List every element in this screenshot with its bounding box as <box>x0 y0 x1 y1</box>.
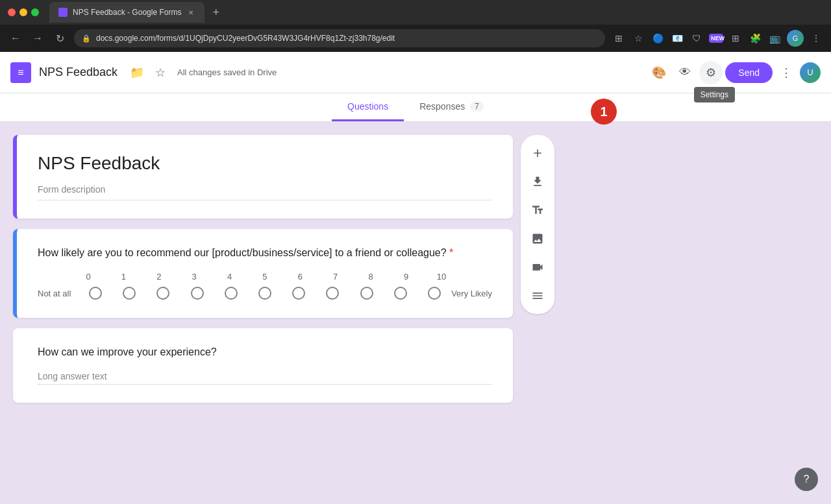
add-image-button[interactable] <box>525 226 551 252</box>
browser-tab[interactable]: NPS Feedback - Google Forms ✕ <box>49 2 205 23</box>
scale-num-4: 4 <box>218 272 242 282</box>
star-icon-btn[interactable]: ☆ <box>149 61 172 84</box>
radio-3[interactable] <box>191 287 204 300</box>
more-vert-icon[interactable]: ⋮ <box>780 66 792 80</box>
add-question-button[interactable] <box>525 140 551 166</box>
new-tab-button[interactable]: + <box>212 6 219 19</box>
notification-badge: 1 <box>591 99 617 125</box>
notification-number: 1 <box>600 104 607 119</box>
required-star: * <box>449 247 453 258</box>
form-area: NPS Feedback Form description How likely… <box>13 135 513 488</box>
address-bar: ← → ↻ 🔒 docs.google.com/forms/d/1UQjDpyC… <box>0 25 831 52</box>
browser-chrome: NPS Feedback - Google Forms ✕ + <box>0 0 831 25</box>
header-right-icons: 🎨 👁 ⚙ Send ⋮ U <box>647 61 821 84</box>
app-icon-symbol: ≡ <box>18 67 23 78</box>
extension-icon-3[interactable]: 🛡 <box>689 33 704 43</box>
radio-0[interactable] <box>89 287 102 300</box>
radio-6[interactable] <box>292 287 305 300</box>
help-button[interactable]: ? <box>795 468 818 491</box>
address-icons: ⊞ ☆ 🔵 📧 🛡 NEW ⊞ 🧩 📺 G ⋮ <box>612 30 823 47</box>
question2-card: How can we improve your experience? Long… <box>13 328 513 403</box>
translate-icon[interactable]: ⊞ <box>612 33 626 43</box>
scale-label-left: Not at all <box>38 289 86 298</box>
user-avatar[interactable]: U <box>800 62 821 83</box>
scale-num-0: 0 <box>77 272 100 282</box>
form-title[interactable]: NPS Feedback <box>38 153 492 174</box>
scale-num-10: 10 <box>430 272 453 282</box>
browser-menu-icon[interactable]: ⋮ <box>809 33 823 43</box>
traffic-lights <box>8 8 39 16</box>
tab-questions-label: Questions <box>347 101 388 112</box>
app-icon: ≡ <box>10 62 31 83</box>
gear-icon: ⚙ <box>706 66 716 80</box>
app-header: ≡ NPS Feedback 📁 ☆ All changes saved in … <box>0 52 831 93</box>
import-questions-button[interactable] <box>525 169 551 195</box>
scale-radios <box>86 287 443 300</box>
traffic-light-yellow[interactable] <box>19 8 27 16</box>
radio-1[interactable] <box>123 287 136 300</box>
send-button[interactable]: Send <box>725 62 773 83</box>
tab-responses-label: Responses <box>419 101 465 112</box>
tab-favicon <box>58 8 68 17</box>
traffic-light-red[interactable] <box>8 8 16 16</box>
scale-num-6: 6 <box>288 272 312 282</box>
radio-4[interactable] <box>225 287 238 300</box>
forward-button[interactable]: → <box>30 32 45 44</box>
extension-icon-5[interactable]: 🧩 <box>748 33 762 43</box>
scale-num-2: 2 <box>147 272 171 282</box>
add-section-button[interactable] <box>525 283 551 309</box>
radio-2[interactable] <box>156 287 169 300</box>
side-toolbar <box>521 135 554 314</box>
radio-9[interactable] <box>394 287 407 300</box>
response-count-badge: 7 <box>470 101 484 112</box>
radio-8[interactable] <box>360 287 373 300</box>
long-answer-placeholder[interactable]: Long answer text <box>38 371 492 385</box>
tab-responses[interactable]: Responses 7 <box>404 93 499 121</box>
folder-icon-btn[interactable]: 📁 <box>125 61 149 84</box>
folder-icon: 📁 <box>130 66 144 80</box>
app-title: NPS Feedback <box>39 66 118 79</box>
extension-icon-2[interactable]: 📧 <box>670 33 684 43</box>
url-bar[interactable]: 🔒 docs.google.com/forms/d/1UQjDpyCU2yeer… <box>74 29 605 47</box>
url-text: docs.google.com/forms/d/1UQjDpyCU2yeerDv… <box>96 34 395 43</box>
radio-10[interactable] <box>428 287 441 300</box>
tab-label: NPS Feedback - Google Forms <box>73 8 181 17</box>
save-status: All changes saved in Drive <box>177 67 277 77</box>
lock-icon: 🔒 <box>82 34 91 43</box>
question1-card: How likely are you to recommend our [pro… <box>13 229 513 318</box>
help-icon: ? <box>804 474 810 485</box>
scale-numbers: 0 1 2 3 4 5 6 7 8 9 10 <box>38 272 492 282</box>
add-title-button[interactable] <box>525 197 551 223</box>
form-description-placeholder[interactable]: Form description <box>38 184 492 200</box>
tab-questions[interactable]: Questions <box>332 93 404 121</box>
settings-icon-btn[interactable]: ⚙ <box>699 61 723 84</box>
palette-icon-btn[interactable]: 🎨 <box>647 61 671 84</box>
extension-icon-1[interactable]: 🔵 <box>651 33 665 43</box>
form-title-card: NPS Feedback Form description <box>13 135 513 219</box>
scale-label-right: Very Likely <box>443 289 492 298</box>
add-video-button[interactable] <box>525 254 551 280</box>
preview-icon-btn[interactable]: 👁 <box>673 61 697 84</box>
radio-5[interactable] <box>258 287 271 300</box>
reload-button[interactable]: ↻ <box>52 32 68 45</box>
new-badge[interactable]: NEW <box>709 34 723 43</box>
palette-icon: 🎨 <box>652 66 666 80</box>
traffic-light-green[interactable] <box>31 8 39 16</box>
scale-num-3: 3 <box>182 272 206 282</box>
star-icon-header: ☆ <box>155 66 166 80</box>
radio-7[interactable] <box>326 287 339 300</box>
scale-radios-row: Not at all Very Likely <box>38 287 492 300</box>
scale-num-8: 8 <box>359 272 382 282</box>
main-content: NPS Feedback Form description How likely… <box>0 122 831 501</box>
scale-container: 0 1 2 3 4 5 6 7 8 9 10 Not at all <box>38 272 492 300</box>
star-icon[interactable]: ☆ <box>631 33 645 43</box>
settings-tooltip: Settings <box>694 87 735 102</box>
cast-icon[interactable]: 📺 <box>767 33 782 43</box>
profile-avatar[interactable]: G <box>787 30 804 47</box>
extension-icon-4[interactable]: ⊞ <box>728 33 743 43</box>
scale-num-9: 9 <box>395 272 418 282</box>
eye-icon: 👁 <box>679 66 691 79</box>
scale-num-5: 5 <box>253 272 277 282</box>
tab-close-icon[interactable]: ✕ <box>186 8 195 17</box>
back-button[interactable]: ← <box>8 32 23 44</box>
